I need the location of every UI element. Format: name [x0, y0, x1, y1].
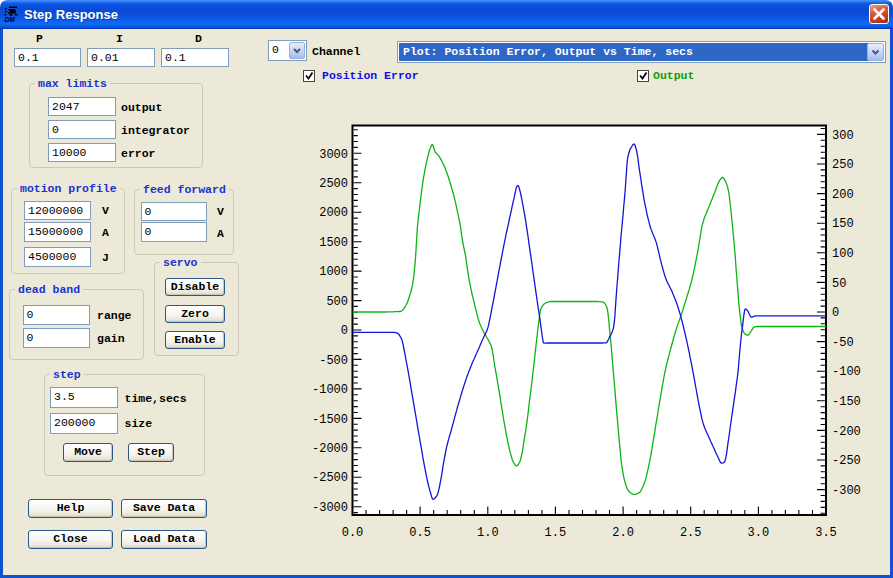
svg-text:0: 0	[832, 306, 839, 320]
svg-text:2.5: 2.5	[680, 526, 702, 540]
svg-text:-50: -50	[832, 336, 854, 350]
svg-text:3.0: 3.0	[748, 526, 770, 540]
svg-text:100: 100	[832, 247, 854, 261]
svg-text:DM: DM	[5, 16, 16, 23]
svg-text:1.0: 1.0	[477, 526, 499, 540]
svg-text:50: 50	[832, 277, 846, 291]
svg-text:-2500: -2500	[312, 471, 348, 485]
svg-text:150: 150	[832, 217, 854, 231]
svg-text:0: 0	[341, 324, 348, 338]
svg-text:-250: -250	[832, 454, 861, 468]
svg-text:2000: 2000	[319, 206, 348, 220]
svg-text:-3000: -3000	[312, 501, 348, 515]
svg-text:0.0: 0.0	[342, 526, 364, 540]
svg-text:2.0: 2.0	[612, 526, 634, 540]
svg-text:300: 300	[832, 129, 854, 143]
svg-text:3.5: 3.5	[815, 526, 837, 540]
svg-text:-300: -300	[832, 484, 861, 498]
svg-text:-1000: -1000	[312, 383, 348, 397]
svg-text:200: 200	[832, 188, 854, 202]
svg-text:250: 250	[832, 158, 854, 172]
svg-text:3000: 3000	[319, 148, 348, 162]
svg-text:-150: -150	[832, 395, 861, 409]
svg-text:-100: -100	[832, 365, 861, 379]
svg-text:1.5: 1.5	[545, 526, 567, 540]
svg-text:-200: -200	[832, 425, 861, 439]
svg-text:500: 500	[326, 295, 348, 309]
svg-text:1000: 1000	[319, 265, 348, 279]
svg-text:-500: -500	[319, 354, 348, 368]
svg-text:2500: 2500	[319, 177, 348, 191]
svg-text:1500: 1500	[319, 236, 348, 250]
svg-text:-2000: -2000	[312, 442, 348, 456]
svg-text:0.5: 0.5	[409, 526, 431, 540]
svg-text:-1500: -1500	[312, 413, 348, 427]
